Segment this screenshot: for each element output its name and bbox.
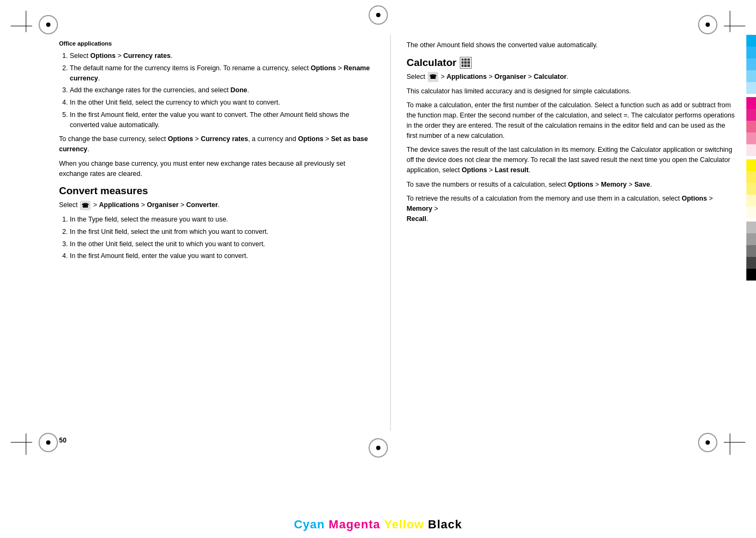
crop-mark xyxy=(724,26,745,26)
calculator-heading: Calculator xyxy=(407,57,737,69)
cmyk-labels: Cyan Magenta Yellow Black xyxy=(294,518,463,532)
crop-mark xyxy=(26,11,26,32)
page: Office applications Select Options > Cur… xyxy=(0,0,756,538)
black-label: Black xyxy=(428,518,463,532)
memory-desc: The device saves the result of the last … xyxy=(407,145,737,175)
list-item: Select Options > Currency rates. xyxy=(70,51,374,61)
reg-circle-tr xyxy=(698,15,717,34)
right-column: The other Amount field shows the convert… xyxy=(396,35,737,431)
converted-value-text: The other Amount field shows the convert… xyxy=(407,40,737,50)
crop-mark xyxy=(26,433,26,455)
swatch-strip xyxy=(746,35,756,281)
recall-text: To retrieve the results of a calculation… xyxy=(407,194,737,224)
currency-list: Select Options > Currency rates. The def… xyxy=(70,51,374,130)
content-area: Office applications Select Options > Cur… xyxy=(59,35,737,431)
exchange-warning: When you change base currency, you must … xyxy=(59,159,374,179)
reg-circle-tl xyxy=(39,15,58,34)
reg-circle-bl xyxy=(39,433,58,452)
convert-nav: Select ☎ > Applications > Organiser > Co… xyxy=(59,200,374,210)
yellow-label: Yellow xyxy=(384,518,424,532)
reg-circle-top xyxy=(369,5,388,25)
crop-mark xyxy=(11,26,32,26)
left-column: Office applications Select Options > Cur… xyxy=(59,35,385,431)
column-divider xyxy=(390,35,391,431)
calc-desc: This calculator has limited accuracy and… xyxy=(407,86,737,97)
base-currency-text: To change the base currency, select Opti… xyxy=(59,134,374,154)
list-item: The default name for the currency items … xyxy=(70,63,374,84)
list-item: In the other Unit field, select the curr… xyxy=(70,98,374,108)
calc-instructions: To make a calculation, enter the first n… xyxy=(407,100,737,141)
crop-mark xyxy=(730,11,730,32)
bottom-bar: Cyan Magenta Yellow Black xyxy=(0,460,756,538)
page-number: 50 xyxy=(59,437,67,444)
reg-circle-bottom xyxy=(369,438,388,458)
calc-nav: Select ☎ > Applications > Organiser > Ca… xyxy=(407,72,737,82)
list-item: In the other Unit field, select the unit… xyxy=(70,239,374,249)
crop-mark xyxy=(730,433,730,455)
crop-mark xyxy=(724,442,745,443)
reg-circle-br xyxy=(698,433,717,452)
list-item: In the first Amount field, enter the val… xyxy=(70,110,374,130)
cyan-label: Cyan xyxy=(294,518,325,532)
save-text: To save the numbers or results of a calc… xyxy=(407,180,737,190)
list-item: In the Type field, select the measure yo… xyxy=(70,215,374,225)
list-item: Add the exchange rates for the currencie… xyxy=(70,85,374,95)
convert-measures-heading: Convert measures xyxy=(59,185,374,197)
crop-mark xyxy=(11,442,32,443)
convert-list: In the Type field, select the measure yo… xyxy=(70,215,374,261)
section-title: Office applications xyxy=(59,40,374,47)
calculator-icon xyxy=(460,57,472,69)
list-item: In the first Unit field, select the unit… xyxy=(70,227,374,237)
list-item: In the first Amount field, enter the val… xyxy=(70,251,374,261)
magenta-label: Magenta xyxy=(329,518,380,532)
